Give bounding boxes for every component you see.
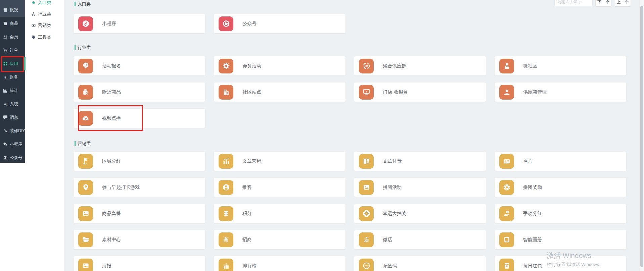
app-card-nearby-goods[interactable]: 附近商品 [74,83,205,102]
sidebar-item-goods[interactable]: 商品 [0,17,25,30]
category-item-tool[interactable]: 工具类 [25,32,64,42]
app-card-community[interactable]: 微社区 [495,56,626,75]
app-store-content: 入口类小程序公众号行业类活动报名会务活动JD聚合供应链微社区附近商品社区站点¥门… [64,0,640,271]
app-card-supplier[interactable]: 供应商管理 [495,83,626,102]
sidebar-item-miniapp[interactable]: 小程序 [0,138,25,151]
category-item-industry[interactable]: 行业类 [25,9,64,19]
svg-text:¥: ¥ [366,90,367,93]
app-card-checkin-game[interactable]: 参与早起打卡游戏 [74,178,205,197]
app-card-store-cashier[interactable]: ¥门店-收银台 [354,83,486,102]
sidebar-item-orders[interactable]: 订单 [0,44,25,57]
app-card-article-marketing[interactable]: 文章营销 [214,152,346,171]
app-card-points[interactable]: 积分 [214,204,346,223]
sidebar-item-overview[interactable]: 概况 [0,3,25,17]
sidebar-item-label: 订单 [10,48,18,53]
section-accent-bar [75,141,76,146]
official-account-icon [219,16,233,31]
app-card-video-on-demand[interactable]: 视频点播 [74,109,205,128]
app-card-label: 活动报名 [102,63,121,69]
category-item-label: 工具类 [38,34,51,40]
group-reward-icon [499,180,514,195]
sidebar-item-diy[interactable]: 装修DIY [0,124,25,138]
app-card-material-center[interactable]: 素材中心 [74,230,205,249]
app-card-label: 素材中心 [102,237,121,243]
promoter-icon [219,180,233,195]
overview-icon [3,7,8,13]
svg-text:⚙: ⚙ [6,104,7,106]
section-header-industry: 行业类 [75,45,91,50]
miniapp-icon [3,142,8,147]
sidebar-item-apps[interactable]: 应用 [0,57,25,70]
app-card-conference[interactable]: 会务活动 [214,56,346,75]
category-item-entry[interactable]: 入口类 [25,0,64,8]
sidebar-item-label: 会员 [10,34,18,40]
sidebar-item-label: 概况 [10,7,18,13]
app-card-manual-dividend[interactable]: ¥手动分红 [495,204,626,223]
app-card-group-reward[interactable]: 拼团奖励 [495,178,626,197]
ranking-icon [219,259,233,271]
apps-icon [3,61,8,66]
sidebar-item-label: 商品 [10,21,18,26]
sidebar-item-members[interactable]: 会员 [0,30,25,44]
app-card-article-pay[interactable]: ¥文章付费 [354,152,486,171]
group-buy-icon [359,180,374,195]
sidebar-item-messages[interactable]: 消息 [0,111,25,124]
app-card-red-packet[interactable]: 每日红包 [495,256,626,271]
orders-icon [3,48,8,53]
app-card-lucky-draw[interactable]: 幸运大抽奖 [354,204,486,223]
section-accent-bar [75,45,76,50]
app-card-mini-program[interactable]: 小程序 [74,14,205,33]
app-card-smart-album[interactable]: 智能画册 [495,230,626,249]
app-card-merchants[interactable]: 商招商 [214,230,346,249]
app-card-label: 幸运大抽奖 [383,211,406,217]
sidebar-item-stats[interactable]: 统计 [0,84,25,97]
app-card-official-account[interactable]: 公众号 [214,14,346,33]
app-card-label: 供应商管理 [523,89,547,95]
app-card-label: 充值码 [383,263,397,269]
app-card-ranking[interactable]: 排行榜 [214,256,346,271]
app-card-micro-store[interactable]: 店微店 [354,230,486,249]
sidebar-item-official[interactable]: 公众号 [0,151,25,164]
app-card-product-package[interactable]: 商品套餐 [74,204,205,223]
svg-text:¥: ¥ [367,161,369,164]
app-card-label: 公众号 [242,21,257,27]
app-card-group-buy[interactable]: 拼团活动 [354,178,486,197]
next-button[interactable]: 下一个 [595,0,611,7]
sidebar-item-label: 应用 [10,61,18,67]
scrollbar-thumb[interactable] [640,6,643,267]
svg-text:商: 商 [223,237,228,242]
app-card-supply-chain[interactable]: JD聚合供应链 [354,56,486,75]
section-header-marketing: 营销类 [75,141,91,146]
app-card-business-card[interactable]: 名片 [495,152,626,171]
app-card-label: 参与早起打卡游戏 [102,184,140,191]
category-panel: 入口类行业类营销类工具类 [25,0,65,271]
community-icon [499,59,514,73]
app-card-recharge-code[interactable]: 元充值码 [354,256,486,271]
app-card-poster[interactable]: 海报 [74,256,205,271]
category-item-label: 入口类 [38,0,51,6]
app-card-region-dividend[interactable]: 区域分红 [74,152,205,171]
scrollbar-track[interactable] [639,0,644,271]
app-card-label: 社区站点 [242,89,261,95]
app-card-community-site[interactable]: 社区站点 [214,83,346,102]
app-card-event-signup[interactable]: 活动报名 [74,56,205,75]
sidebar-item-label: 小程序 [10,142,22,147]
search-input[interactable] [554,0,593,6]
material-center-icon [78,232,93,247]
product-package-icon [78,206,93,221]
category-item-marketing[interactable]: 营销类 [25,20,64,31]
manual-dividend-icon: ¥ [499,206,514,221]
prev-button[interactable]: 上一个 [615,0,631,7]
lucky-draw-icon [359,206,374,221]
app-card-promoter[interactable]: 推客 [214,178,346,197]
category-item-label: 行业类 [38,11,51,17]
sidebar-item-label: 装修DIY [10,128,25,134]
diy-icon [3,128,8,133]
app-card-label: 区域分红 [102,158,121,164]
sidebar-item-system[interactable]: ⚙⚙系统 [0,97,25,111]
mini-program-icon [78,16,93,31]
sidebar-item-label: 统计 [10,88,18,94]
sidebar-item-finance[interactable]: ¥财务 [0,70,25,84]
svg-text:JD: JD [365,64,368,68]
merchants-icon: 商 [219,232,233,247]
